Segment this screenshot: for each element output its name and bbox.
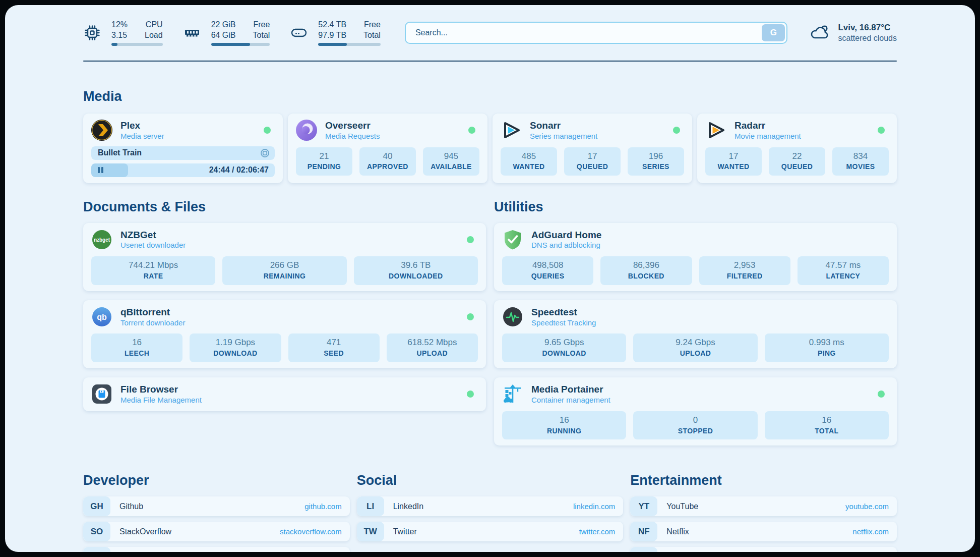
service-title: Plex bbox=[120, 120, 164, 132]
bookmark-group-title: Developer bbox=[83, 473, 350, 488]
now-playing-title: Bullet Train bbox=[98, 148, 142, 157]
disk-labels: Free Total bbox=[363, 20, 381, 41]
search-provider-button[interactable]: G bbox=[762, 24, 785, 41]
memory-widget: 22 GiB 64 GiB Free Total bbox=[183, 20, 270, 46]
service-title: Radarr bbox=[734, 120, 801, 132]
bookmark-name: YouTube bbox=[657, 502, 698, 511]
now-playing-row: Bullet Train bbox=[91, 146, 275, 160]
stat-filtered: 2,953 FILTERED bbox=[699, 256, 790, 285]
status-dot bbox=[467, 236, 474, 243]
stat-upload: 9.24 Gbps UPLOAD bbox=[633, 333, 757, 362]
service-card-radarr[interactable]: Radarr Movie management 17 WANTED 22 QUE… bbox=[697, 114, 897, 183]
search-input[interactable] bbox=[407, 28, 762, 37]
service-card-nzbget[interactable]: nzbget NZBGet Usenet downloader 744.21 M… bbox=[83, 223, 486, 291]
stat-pending: 21 PENDING bbox=[296, 147, 352, 176]
bookmark-url: github.com bbox=[304, 502, 349, 511]
ram-stick-icon bbox=[183, 24, 201, 42]
bookmark-group-title: Entertainment bbox=[630, 473, 897, 488]
stat-queries: 498,508 QUERIES bbox=[502, 256, 593, 285]
service-subtitle: DNS and adblocking bbox=[531, 241, 601, 250]
service-subtitle: Media server bbox=[120, 132, 164, 141]
service-title: NZBGet bbox=[120, 229, 186, 241]
disk-widget: 52.4 TB 97.9 TB Free Total bbox=[290, 20, 381, 46]
service-subtitle: Series management bbox=[530, 132, 597, 141]
bookmark-name: Github bbox=[110, 502, 143, 511]
two-column-area: nzbget NZBGet Usenet downloader 744.21 M… bbox=[83, 223, 897, 446]
service-card-sonarr[interactable]: Sonarr Series management 485 WANTED 17 Q… bbox=[493, 114, 692, 183]
bookmark-twitter[interactable]: TW Twitter twitter.com bbox=[357, 522, 624, 541]
service-title: Speedtest bbox=[531, 306, 596, 318]
service-title: File Browser bbox=[120, 383, 202, 396]
service-subtitle: Media Requests bbox=[325, 132, 380, 141]
section-title-utilities: Utilities bbox=[494, 199, 897, 215]
service-card-overseerr[interactable]: Overseerr Media Requests 21 PENDING 40 A… bbox=[288, 114, 487, 183]
search-box: G bbox=[405, 22, 788, 44]
sonarr-icon bbox=[501, 120, 522, 141]
service-title: AdGuard Home bbox=[531, 229, 601, 241]
status-dot bbox=[468, 127, 475, 134]
plex-icon bbox=[91, 120, 112, 141]
service-card-plex[interactable]: Plex Media server Bullet Train 24:44 / 0… bbox=[83, 114, 283, 183]
bookmark-linkedin[interactable]: LI LinkedIn linkedin.com bbox=[357, 496, 624, 516]
stat-available: 945 AVAILABLE bbox=[423, 147, 479, 176]
stat-download: 1.19 Gbps DOWNLOAD bbox=[190, 333, 281, 362]
service-card-filebrowser[interactable]: File Browser Media File Management bbox=[83, 377, 486, 411]
stat-queued: 17 QUEUED bbox=[564, 147, 621, 176]
section-title-documents: Documents & Files bbox=[83, 199, 486, 215]
bookmark-name: Netflix bbox=[657, 527, 689, 536]
stat-download: 9.65 Gbps DOWNLOAD bbox=[502, 333, 626, 362]
status-dot bbox=[878, 127, 885, 134]
stat-upload: 618.52 Mbps UPLOAD bbox=[387, 333, 478, 362]
stat-blocked: 86,396 BLOCKED bbox=[600, 256, 692, 285]
system-info: 12% 3.15 CPU Load bbox=[83, 20, 381, 46]
service-subtitle: Speedtest Tracking bbox=[531, 318, 596, 328]
section-headers-row: Documents & Files Utilities bbox=[83, 199, 897, 215]
bookmark-abbr: LI bbox=[357, 496, 384, 516]
bookmark-abbr: RE bbox=[630, 547, 657, 552]
bookmarks-area: Developer GH Github github.com SO StackO… bbox=[83, 473, 897, 552]
cloud-icon bbox=[809, 23, 831, 43]
bookmark-url: youtube.com bbox=[845, 502, 897, 511]
media-card-row: Plex Media server Bullet Train 24:44 / 0… bbox=[83, 114, 897, 183]
service-card-speedtest[interactable]: Speedtest Speedtest Tracking 9.65 Gbps D… bbox=[494, 300, 897, 368]
stat-series: 196 SERIES bbox=[628, 147, 684, 176]
weather-widget: Lviv, 16.87°C scattered clouds bbox=[809, 22, 897, 44]
memory-values: 22 GiB 64 GiB bbox=[211, 20, 236, 41]
bookmark-url: netflix.com bbox=[852, 527, 897, 536]
nzbget-icon: nzbget bbox=[91, 229, 112, 250]
bookmark-reddit[interactable]: RE Reddit reddit.com bbox=[630, 547, 897, 552]
bookmark-dev[interactable]: DT DEV dev.to bbox=[83, 547, 350, 552]
memory-usage-bar bbox=[211, 43, 270, 46]
bookmark-github[interactable]: GH Github github.com bbox=[83, 496, 350, 516]
bookmark-youtube[interactable]: YT YouTube youtube.com bbox=[630, 496, 897, 516]
service-card-portainer[interactable]: Media Portainer Container management 16 … bbox=[494, 377, 897, 445]
radarr-icon bbox=[705, 120, 726, 141]
status-dot bbox=[264, 127, 271, 134]
adguard-icon bbox=[502, 229, 523, 250]
stat-downloaded: 39.6 TB DOWNLOADED bbox=[354, 256, 478, 285]
stat-queued: 22 QUEUED bbox=[769, 147, 825, 176]
stat-rate: 744.21 Mbps RATE bbox=[91, 256, 215, 285]
service-title: Media Portainer bbox=[531, 383, 610, 396]
service-card-adguard[interactable]: AdGuard Home DNS and adblocking 498,508 … bbox=[494, 223, 897, 291]
playback-progress-bar: 24:44 / 02:06:47 bbox=[91, 163, 275, 177]
service-title: Sonarr bbox=[530, 120, 597, 132]
service-card-qbittorrent[interactable]: qb qBittorrent Torrent downloader 16 LEE… bbox=[83, 300, 486, 368]
cpu-values: 12% 3.15 bbox=[111, 20, 128, 41]
service-title: qBittorrent bbox=[120, 306, 185, 318]
stat-wanted: 485 WANTED bbox=[501, 147, 557, 176]
topbar-divider bbox=[83, 61, 897, 62]
svg-text:nzbget: nzbget bbox=[94, 237, 110, 243]
service-title: Overseerr bbox=[325, 120, 380, 132]
bookmark-stackoverflow[interactable]: SO StackOverflow stackoverflow.com bbox=[83, 522, 350, 541]
bookmark-netflix[interactable]: NF Netflix netflix.com bbox=[630, 522, 897, 541]
utilities-column: AdGuard Home DNS and adblocking 498,508 … bbox=[494, 223, 897, 446]
bookmark-group-developer: Developer GH Github github.com SO StackO… bbox=[83, 473, 350, 552]
service-subtitle: Usenet downloader bbox=[120, 241, 186, 250]
cpu-chip-icon bbox=[83, 24, 101, 42]
hard-drive-icon bbox=[290, 24, 308, 42]
dashboard-page: 12% 3.15 CPU Load bbox=[5, 5, 975, 552]
status-dot bbox=[467, 313, 474, 320]
stat-ping: 0.993 ms PING bbox=[765, 333, 889, 362]
stat-seed: 471 SEED bbox=[288, 333, 380, 362]
